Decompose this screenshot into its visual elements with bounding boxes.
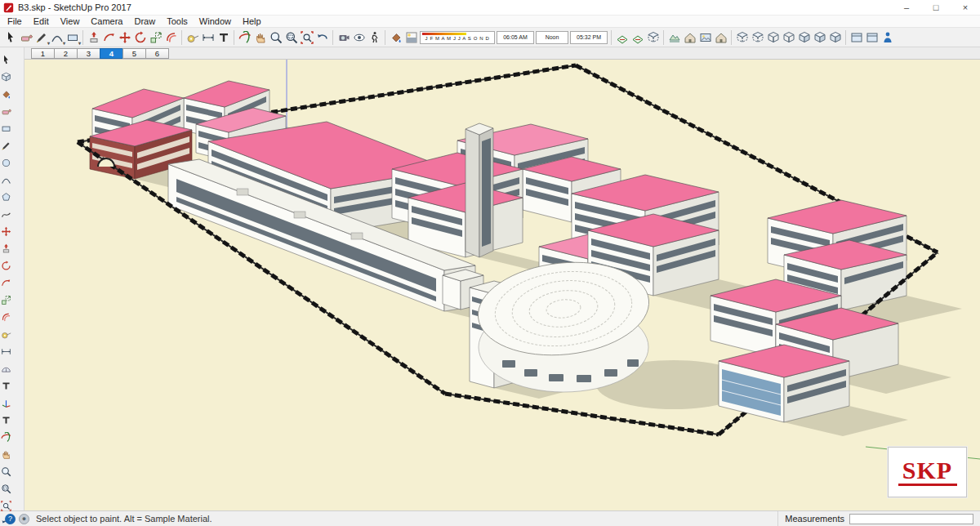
rectangle-tool-button[interactable]: ▾ xyxy=(65,29,80,46)
scale-tool-button[interactable] xyxy=(148,29,163,46)
shadows-toggle-button[interactable] xyxy=(403,29,419,46)
menu-file[interactable]: File xyxy=(2,16,28,26)
push-pull-tool[interactable] xyxy=(0,240,12,257)
monochrome-style-button[interactable] xyxy=(827,29,843,46)
viewport-canvas[interactable]: SKP xyxy=(24,60,980,510)
display-section-planes-button[interactable] xyxy=(630,29,645,46)
position-camera-button[interactable] xyxy=(336,29,351,46)
shaded-style-button[interactable] xyxy=(796,29,812,46)
orbit-tool[interactable] xyxy=(0,429,12,446)
zoom-extents-tool-button[interactable] xyxy=(299,29,314,46)
section-plane-button[interactable] xyxy=(614,29,630,46)
look-around-button[interactable] xyxy=(351,29,367,46)
polygon-tool[interactable] xyxy=(0,189,12,206)
minimize-button[interactable]: – xyxy=(892,0,921,16)
shadow-date-slider[interactable]: J F M A M J J A S O N D xyxy=(420,31,495,44)
wireframe-style-button[interactable] xyxy=(765,29,781,46)
push-pull-tool-button[interactable] xyxy=(86,29,101,46)
zoom-extents-tool[interactable] xyxy=(0,497,12,515)
dropdown-caret-icon[interactable]: ▾ xyxy=(78,40,81,46)
warehouse-button[interactable] xyxy=(713,29,728,46)
toolbar-separator xyxy=(332,30,333,45)
select-tool-button[interactable] xyxy=(2,29,18,46)
shadow-time-start-field[interactable]: 06:05 AM xyxy=(497,31,534,44)
measurements-input[interactable] xyxy=(849,514,973,524)
shaded-textures-style-button[interactable] xyxy=(812,29,827,46)
geolocation-icon[interactable]: ● xyxy=(19,514,29,524)
line-tool[interactable] xyxy=(0,137,12,154)
model-view[interactable] xyxy=(24,60,980,510)
menu-help[interactable]: Help xyxy=(237,16,267,26)
paint-bucket-tool[interactable] xyxy=(0,86,12,103)
pan-tool[interactable] xyxy=(0,446,12,463)
shadow-time-end-field[interactable]: 05:32 PM xyxy=(570,31,608,44)
display-section-cuts-button[interactable] xyxy=(645,29,661,46)
move-tool[interactable] xyxy=(0,223,12,240)
scale-tool[interactable] xyxy=(0,292,12,309)
photo-textures-button[interactable] xyxy=(697,29,713,46)
dimension-tool-button[interactable] xyxy=(200,29,216,46)
scene-tab-6[interactable]: 6 xyxy=(145,48,169,59)
components-window-button[interactable] xyxy=(849,29,864,46)
shadow-noon-slider[interactable]: Noon xyxy=(536,31,568,44)
scene-tab-2[interactable]: 2 xyxy=(54,48,78,59)
rectangle-tool[interactable] xyxy=(0,120,12,137)
scene-tab-5[interactable]: 5 xyxy=(122,48,146,59)
rotate-tool-button[interactable] xyxy=(132,29,148,46)
menu-edit[interactable]: Edit xyxy=(28,16,55,26)
close-button[interactable]: × xyxy=(951,0,980,16)
follow-me-tool[interactable] xyxy=(0,274,12,292)
layers-window-button[interactable] xyxy=(864,29,880,46)
help-icon[interactable]: ? xyxy=(5,514,16,524)
menu-camera[interactable]: Camera xyxy=(85,16,128,26)
add-location-button[interactable] xyxy=(666,29,682,46)
eraser-tool-button[interactable] xyxy=(18,29,33,46)
make-component-tool[interactable] xyxy=(0,69,12,86)
hidden-line-style-button[interactable] xyxy=(781,29,796,46)
zoom-tool-button[interactable] xyxy=(268,29,283,46)
walk-button[interactable] xyxy=(367,29,382,46)
previous-view-button[interactable] xyxy=(314,29,330,46)
menu-draw[interactable]: Draw xyxy=(128,16,161,26)
instructor-button[interactable] xyxy=(880,29,895,46)
zoom-tool[interactable] xyxy=(0,463,12,480)
protractor-tool[interactable] xyxy=(0,360,12,377)
axes-tool[interactable] xyxy=(0,394,12,412)
menu-window[interactable]: Window xyxy=(194,16,237,26)
circle-tool[interactable] xyxy=(0,154,12,172)
rotate-tool[interactable] xyxy=(0,257,12,274)
maximize-button[interactable]: □ xyxy=(921,0,951,16)
zoom-window-tool[interactable] xyxy=(0,480,12,497)
measurements-group: Measurements xyxy=(777,511,977,526)
3d-text-tool[interactable] xyxy=(0,412,12,429)
tape-measure-tool-button[interactable] xyxy=(185,29,200,46)
orbit-tool-button[interactable] xyxy=(237,29,252,46)
eraser-tool[interactable] xyxy=(0,103,12,120)
tape-measure-tool[interactable] xyxy=(0,326,12,343)
pan-tool-button[interactable] xyxy=(252,29,268,46)
text-tool[interactable] xyxy=(0,377,12,394)
scene-tab-4-selected[interactable]: 4 xyxy=(100,48,123,59)
follow-me-tool-button[interactable] xyxy=(101,29,117,46)
dimension-tool[interactable] xyxy=(0,343,12,360)
zoom-window-tool-button[interactable] xyxy=(283,29,299,46)
arc-tool-button[interactable]: ▾ xyxy=(49,29,65,46)
menu-view[interactable]: View xyxy=(55,16,86,26)
scene-tab-3[interactable]: 3 xyxy=(77,48,100,59)
scene-tab-1[interactable]: 1 xyxy=(31,48,55,59)
select-tool[interactable] xyxy=(0,51,12,69)
xray-style-button[interactable] xyxy=(734,29,750,46)
move-tool-button[interactable] xyxy=(117,29,132,46)
arc-tool[interactable] xyxy=(0,172,12,189)
toolbar-separator xyxy=(845,30,846,45)
paint-bucket-button[interactable] xyxy=(388,29,403,46)
offset-tool-button[interactable] xyxy=(163,29,179,46)
menu-tools[interactable]: Tools xyxy=(161,16,194,26)
toolbar-separator xyxy=(663,30,664,45)
text-tool-button[interactable] xyxy=(216,29,231,46)
toggle-terrain-button[interactable] xyxy=(682,29,697,46)
freehand-tool[interactable] xyxy=(0,206,12,223)
line-tool-button[interactable]: ▾ xyxy=(33,29,49,46)
back-edges-style-button[interactable] xyxy=(750,29,765,46)
offset-tool[interactable] xyxy=(0,309,12,326)
